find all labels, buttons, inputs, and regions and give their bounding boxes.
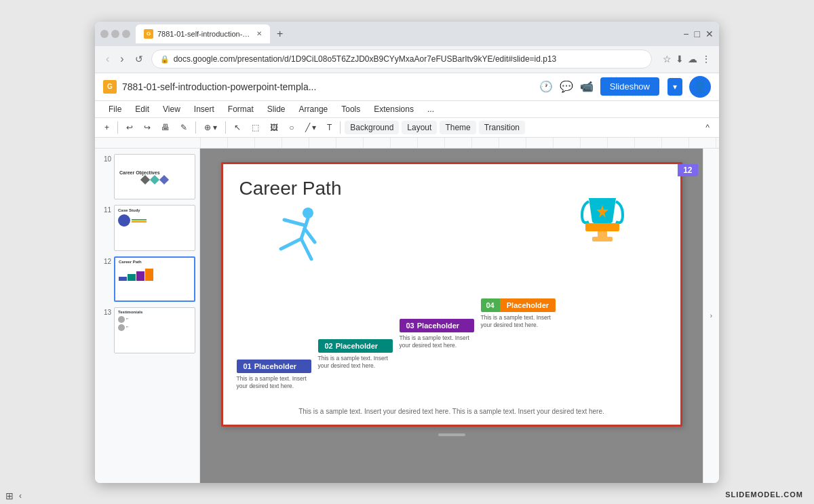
slide-canvas: 12 Career Path [221,162,682,427]
min-btn[interactable] [111,30,119,38]
tab-close-icon[interactable]: ✕ [256,30,262,37]
slide-number-badge: 12 [678,164,697,176]
layout-button[interactable]: Layout [402,121,437,134]
image-button[interactable]: 🖼 [266,121,282,134]
select-button[interactable]: ↖ [230,121,245,134]
chat-icon[interactable]: 💬 [560,80,573,93]
step-02-desc: This is a sample text. Insert your desir… [318,355,393,370]
slide-thumb-11: Case Study [114,205,195,251]
back-button[interactable]: ‹ [103,52,112,66]
textbox-button[interactable]: T [323,121,336,134]
separator-4 [340,121,341,134]
running-figure-icon [271,205,325,273]
share-button[interactable]: 👤 [689,76,711,98]
step-01-desc: This is a sample text. Insert your desir… [237,375,311,390]
svg-rect-7 [592,237,613,241]
tab-bar: G 7881-01-self-introduction-powe... ✕ + [136,24,678,43]
forward-button[interactable]: › [117,52,126,66]
trophy-icon [579,191,626,252]
redo-button[interactable]: ↪ [140,121,155,134]
step-03-label: Placeholder [417,322,459,330]
browser-titlebar: G 7881-01-self-introduction-powe... ✕ + … [95,22,719,46]
cloud-icon[interactable]: ☁ [688,54,697,64]
menu-extensions[interactable]: Extensions [368,102,419,116]
line-button[interactable]: ╱ ▾ [301,121,320,134]
slideshow-dropdown-button[interactable]: ▾ [667,78,682,96]
theme-button[interactable]: Theme [440,121,476,134]
main-content: 10 Career Objectives 11 Case Study [95,149,719,483]
reload-button[interactable]: ↺ [132,52,146,66]
slide-thumb-10: Career Objectives [114,154,195,200]
menu-file[interactable]: File [103,102,127,116]
menu-edit[interactable]: Edit [130,102,155,116]
svg-line-4 [281,239,301,249]
slideshow-button[interactable]: Slideshow [600,77,659,96]
url-bar[interactable]: 🔒 docs.google.com/presentation/d/1D9CiL0… [151,50,652,69]
slide-thumb-12: Career Path [114,256,195,303]
docs-header-icons: 🕐 💬 📹 Slideshow ▾ 👤 [539,76,711,98]
transition-button[interactable]: Transition [479,121,525,134]
browser-window: G 7881-01-self-introduction-powe... ✕ + … [95,22,719,483]
slide-number-10: 10 [99,154,111,163]
svg-line-5 [301,239,311,259]
slide-number-11: 11 [99,205,111,214]
circle-button[interactable]: ○ [285,121,298,134]
collapse-button[interactable]: ^ [701,121,714,134]
print-button[interactable]: 🖶 [157,121,174,134]
close-icon[interactable]: ✕ [705,28,714,39]
tab-favicon: G [144,29,153,39]
right-collapse-icon: › [710,312,712,319]
slide-number-12: 12 [99,256,111,265]
step-03-num: 03 [406,322,414,330]
separator-3 [225,121,226,134]
step-01-label: Placeholder [254,362,296,370]
shape-button[interactable]: ⬚ [248,121,263,134]
minimize-icon[interactable]: − [683,28,689,39]
slide-thumb-13: Testimonials " " [114,307,195,353]
video-icon[interactable]: 📹 [580,80,594,93]
step-01-num: 01 [244,362,252,370]
svg-rect-9 [585,223,619,231]
scroll-indicator [438,433,465,436]
docs-favicon: G [103,80,117,94]
paint-button[interactable]: ✎ [176,121,191,134]
menu-insert[interactable]: Insert [189,102,220,116]
slide-item-11[interactable]: 11 Case Study [95,202,199,254]
close-btn[interactable] [100,30,109,38]
max-btn[interactable] [122,30,130,38]
right-collapse-panel[interactable]: › [703,149,719,483]
slide-item-13[interactable]: 13 Testimonials " " [95,305,199,356]
slide-number-13: 13 [99,307,111,316]
step-02-num: 02 [325,342,333,350]
undo-button[interactable]: ↩ [122,121,137,134]
svg-line-2 [284,220,305,225]
add-button[interactable]: + [100,121,113,134]
more-icon[interactable]: ⋮ [701,54,711,64]
step-02-label: Placeholder [336,342,378,350]
history-icon[interactable]: 🕐 [539,80,553,93]
menu-arrange[interactable]: Arrange [294,102,334,116]
bookmark-icon[interactable]: ☆ [663,54,672,64]
zoom-button[interactable]: ⊕ ▾ [200,121,221,134]
browser-actions: ☆ ⬇ ☁ ⋮ [663,54,711,64]
menu-view[interactable]: View [157,102,186,116]
new-tab-button[interactable]: + [273,28,287,40]
browser-tab-active[interactable]: G 7881-01-self-introduction-powe... ✕ [136,24,270,43]
menu-tools[interactable]: Tools [336,102,366,116]
docs-title: 7881-01-self-introduction-powerpoint-tem… [122,81,326,92]
maximize-icon[interactable]: □ [695,28,700,39]
window-controls-right: − □ ✕ [683,28,714,39]
menu-slide[interactable]: Slide [262,102,291,116]
slide-item-12[interactable]: 12 Career Path [95,254,199,305]
ruler-ticks [200,138,719,148]
background-button[interactable]: Background [345,121,399,134]
bottom-text: This is a sample text. Insert your desir… [223,408,680,415]
menu-bar: File Edit View Insert Format Slide Arran… [95,101,719,118]
menu-format[interactable]: Format [222,102,259,116]
download-icon[interactable]: ⬇ [676,54,684,64]
slide-item-10[interactable]: 10 Career Objectives [95,151,199,203]
svg-line-3 [305,229,315,242]
lock-icon: 🔒 [160,55,170,64]
address-bar: ‹ › ↺ 🔒 docs.google.com/presentation/d/1… [95,46,719,73]
menu-more[interactable]: ... [422,102,440,116]
